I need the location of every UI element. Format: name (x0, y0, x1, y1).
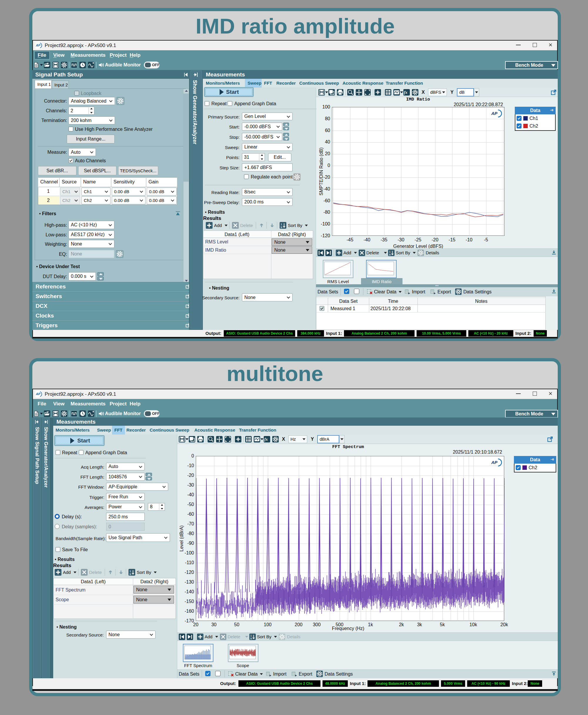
svg-text:9: 9 (389, 253, 391, 256)
svg-text:9: 9 (250, 637, 252, 640)
svg-text:AP: AP (36, 43, 41, 47)
svg-text:AP: AP (36, 392, 41, 396)
svg-text:fx: fx (264, 437, 268, 442)
svg-text:fx: fx (404, 90, 407, 94)
